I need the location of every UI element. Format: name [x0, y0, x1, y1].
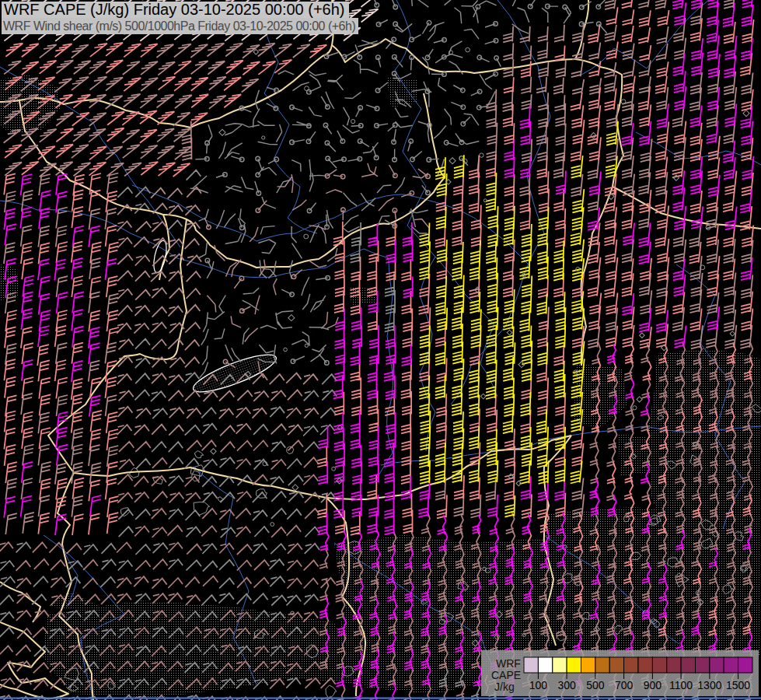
svg-text:1300: 1300 [697, 679, 721, 691]
svg-text:500: 500 [586, 679, 605, 691]
svg-text:WRF: WRF [496, 657, 521, 670]
svg-text:1500: 1500 [726, 679, 750, 691]
svg-text:100: 100 [529, 679, 548, 691]
svg-text:1100: 1100 [669, 679, 693, 691]
svg-text:700: 700 [615, 679, 634, 691]
svg-text:900: 900 [644, 679, 662, 691]
svg-text:CAPE: CAPE [491, 669, 521, 681]
svg-text:J/kg: J/kg [494, 681, 515, 693]
svg-text:300: 300 [557, 679, 576, 691]
svg-text:WRF Wind shear (m/s) 500/1000h: WRF Wind shear (m/s) 500/1000hPa Friday … [3, 19, 355, 33]
svg-text:WRF CAPE (J/kg) Friday 03-10-2: WRF CAPE (J/kg) Friday 03-10-2025 00:00 … [4, 1, 345, 18]
